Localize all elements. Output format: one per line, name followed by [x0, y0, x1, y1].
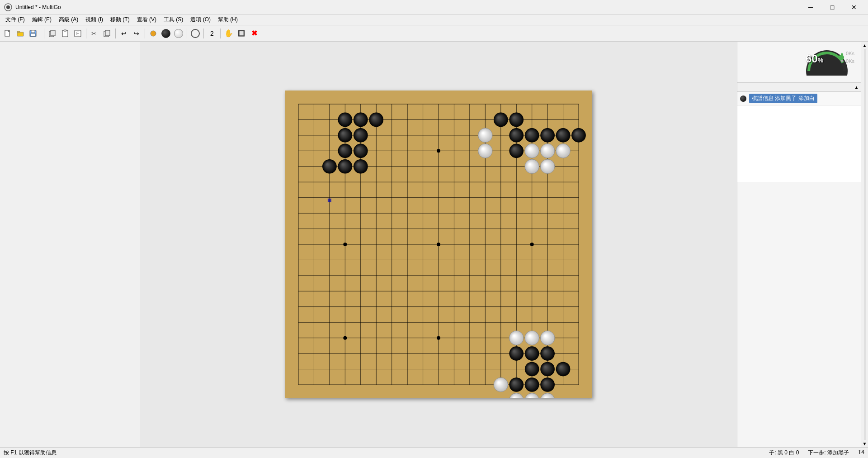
status-page: T4: [858, 449, 864, 457]
right-split: 60% ▲ 0Ks ▼ 0Ks ▲ 棋譜信息 添: [737, 42, 868, 447]
menu-item-view[interactable]: 視頻 (I): [82, 15, 107, 24]
right-bottom: ▲ 棋譜信息 添加黑子 添加白: [737, 82, 861, 182]
toolbar-separator-4: [145, 29, 145, 38]
svg-rect-7: [31, 30, 35, 33]
menu-bar: 文件 (F)編輯 (E)高級 (A)視頻 (I)移動 (T)查看 (V)工具 (…: [0, 14, 868, 25]
paste-game-button[interactable]: [59, 28, 71, 39]
redo-button[interactable]: ↪: [131, 28, 142, 39]
export-button[interactable]: E: [72, 28, 84, 39]
edit-mark-button[interactable]: 🔲: [236, 28, 247, 39]
status-right: 子: 黑 0 白 0 下一步: 添加黑子 T4: [769, 449, 864, 457]
toolbar-separator-1: [44, 29, 44, 38]
sep-btn1: [40, 28, 42, 39]
window-controls: ─ □ ✕: [800, 0, 864, 14]
number2-label: 2: [210, 30, 214, 37]
empty-stone-button[interactable]: [189, 28, 201, 39]
scrollbar-down-btn[interactable]: ▼: [861, 440, 868, 447]
toolbar-separator-7: [220, 29, 221, 38]
number2-button[interactable]: 2: [206, 28, 218, 39]
cut-button[interactable]: ✂: [89, 28, 100, 39]
menu-item-tools[interactable]: 工具 (S): [160, 15, 187, 24]
save-button[interactable]: [27, 28, 39, 39]
copy-button[interactable]: [101, 28, 113, 39]
comment-text: 棋譜信息 添加黑子 添加白: [749, 94, 817, 103]
undo-button[interactable]: ↩: [118, 28, 130, 39]
copy-game-button[interactable]: [47, 28, 58, 39]
minimize-button[interactable]: ─: [800, 0, 821, 14]
white-stone-icon: [174, 29, 183, 38]
menu-item-edit[interactable]: 編輯 (E): [28, 15, 55, 24]
menu-item-help[interactable]: 幫助 (H): [214, 15, 241, 24]
status-score: 子: 黑 0 白 0: [769, 449, 799, 457]
go-board[interactable]: [285, 91, 592, 398]
close-button[interactable]: ✕: [844, 0, 864, 14]
menu-item-navigate[interactable]: 查看 (V): [133, 15, 160, 24]
mark-button[interactable]: [147, 28, 159, 39]
svg-text:E: E: [76, 31, 80, 36]
board-canvas[interactable]: [285, 91, 592, 398]
svg-rect-17: [105, 30, 110, 36]
scrollbar-track[interactable]: [864, 49, 866, 440]
left-panel: [0, 42, 140, 447]
right-content: 60% ▲ 0Ks ▼ 0Ks ▲ 棋譜信息 添: [737, 42, 861, 447]
right-scrollbar[interactable]: ▲ ▼: [861, 42, 868, 447]
svg-text:✂: ✂: [91, 30, 97, 37]
status-bar: 按 F1 以獲得幫助信息 子: 黑 0 白 0 下一步: 添加黑子 T4: [0, 447, 868, 458]
status-help: 按 F1 以獲得幫助信息: [4, 449, 760, 457]
svg-rect-12: [64, 30, 66, 31]
speed-down-icon: ▼: [840, 58, 844, 64]
comment-area[interactable]: [737, 105, 861, 182]
menu-item-move[interactable]: 移動 (T): [107, 15, 133, 24]
toolbar-separator-5: [187, 29, 187, 38]
new-button[interactable]: [2, 28, 14, 39]
menu-item-file[interactable]: 文件 (F): [2, 15, 28, 24]
scrollbar-up-btn[interactable]: ▲: [861, 42, 868, 49]
toolbar-separator-2: [86, 29, 86, 38]
black-stone-icon: [161, 29, 170, 38]
app-icon: [4, 3, 13, 12]
menu-item-advanced[interactable]: 高級 (A): [55, 15, 82, 24]
hand-tool-button[interactable]: ✋: [223, 28, 235, 39]
stone-white-button[interactable]: [173, 28, 184, 39]
engine-speed: ▲ 0Ks ▼ 0Ks: [840, 50, 854, 65]
svg-rect-8: [31, 33, 35, 36]
toolbar-separator-3: [115, 29, 116, 38]
title-bar: Untitled * - MultiGo ─ □ ✕: [0, 0, 868, 14]
comment-stone-icon: [740, 95, 746, 102]
svg-point-1: [6, 5, 10, 9]
status-next: 下一步: 添加黑子: [808, 449, 849, 457]
gauge-value: 60%: [806, 52, 823, 65]
toolbar: E ✂ ↩ ↪ 2 ✋ 🔲 ✖: [0, 25, 868, 42]
right-panel: 60% ▲ 0Ks ▼ 0Ks ▲ 棋譜信息 添: [737, 42, 868, 447]
stone-black-button[interactable]: [160, 28, 172, 39]
svg-point-18: [151, 31, 156, 36]
speed-up-icon: ▲: [840, 51, 844, 56]
engine-info: 60% ▲ 0Ks ▼ 0Ks: [737, 42, 861, 82]
maximize-button[interactable]: □: [822, 0, 843, 14]
toolbar-separator-6: [203, 29, 204, 38]
board-container: [140, 42, 737, 447]
open-button[interactable]: [14, 28, 26, 39]
close-x-button[interactable]: ✖: [248, 28, 260, 39]
svg-rect-5: [17, 31, 20, 33]
engine-gauge: 60% ▲ 0Ks ▼ 0Ks: [797, 46, 856, 78]
menu-item-options[interactable]: 選項 (O): [187, 15, 214, 24]
empty-stone-icon: [191, 29, 200, 38]
main-layout: 60% ▲ 0Ks ▼ 0Ks ▲ 棋譜信息 添: [0, 42, 868, 447]
window-title: Untitled * - MultiGo: [15, 4, 800, 10]
svg-rect-10: [51, 30, 55, 36]
scroll-up-btn[interactable]: ▲: [854, 85, 859, 90]
comment-bar: 棋譜信息 添加黑子 添加白: [737, 92, 861, 105]
scroll-controls: ▲: [737, 83, 861, 92]
